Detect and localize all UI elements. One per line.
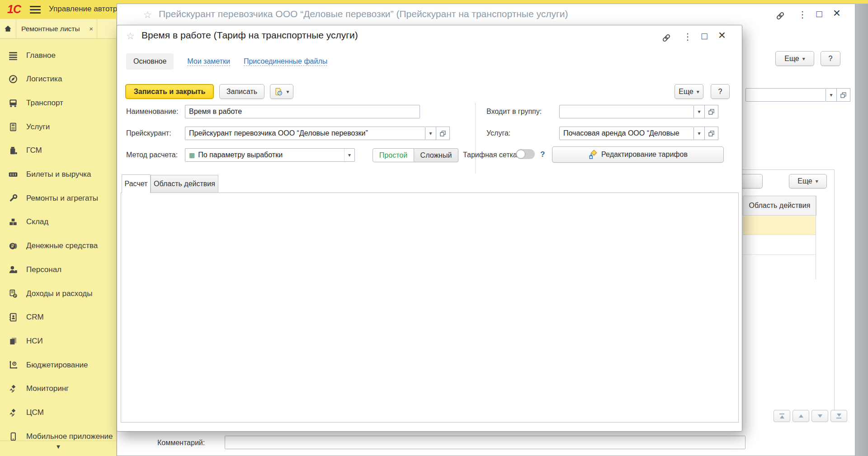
sidebar-item-label: ГСМ: [26, 146, 42, 155]
sidebar-item-byudzhet[interactable]: Бюджетирование: [0, 353, 117, 377]
maximize-icon[interactable]: □: [698, 30, 710, 42]
table-column-header[interactable]: Область действия: [743, 196, 816, 216]
calculator-icon: [8, 122, 18, 132]
sidebar-item-denezhnye[interactable]: Денежные средства: [0, 234, 117, 258]
tab-scope[interactable]: Область действия: [151, 175, 218, 193]
background-combo-field[interactable]: [745, 88, 826, 102]
arrow-up-icon: [799, 414, 803, 418]
window-more-button[interactable]: Еще▾: [775, 51, 814, 66]
window-help-button[interactable]: ?: [821, 51, 840, 66]
sidebar-item-label: Главное: [26, 51, 56, 60]
favorite-star-icon[interactable]: ☆: [126, 31, 135, 42]
fuel-icon: [8, 146, 18, 155]
sidebar-item-nsi[interactable]: НСИ: [0, 329, 117, 353]
mode-simple-button[interactable]: Простой: [373, 148, 414, 162]
chevron-down-icon[interactable]: ▾: [425, 127, 436, 140]
sidebar-item-personal[interactable]: Персонал: [0, 258, 117, 282]
sidebar-item-label: Доходы и расходы: [26, 289, 92, 298]
sidebar-item-label: CRM: [26, 313, 44, 322]
move-to-bottom-button[interactable]: [830, 410, 847, 422]
tab-scope-label: Область действия: [154, 180, 215, 188]
nav-main[interactable]: Основное: [126, 53, 174, 70]
more-menu-icon[interactable]: ⋮: [798, 9, 807, 20]
arrow-down-icon: [837, 414, 841, 417]
phone-icon: [8, 432, 18, 441]
sidebar-item-crm[interactable]: CRM: [0, 306, 117, 329]
get-link-icon[interactable]: [774, 10, 787, 21]
chevron-down-icon[interactable]: ▾: [694, 127, 705, 140]
chevron-down-icon[interactable]: ▾: [344, 149, 354, 161]
sidebar-item-monitoring[interactable]: Мониторинг: [0, 377, 117, 401]
menu-icon: [8, 51, 18, 61]
pricelist-value: Прейскурант перевозчика ООО “Деловые пер…: [189, 129, 368, 137]
more-label: Еще: [797, 177, 812, 185]
dialog-help-button[interactable]: ?: [711, 84, 730, 99]
method-combo[interactable]: ▦ По параметру выработки ▾: [185, 148, 355, 162]
open-icon[interactable]: [436, 127, 450, 140]
dialog-more-button[interactable]: Еще▾: [675, 84, 703, 99]
caret: ▾: [698, 131, 700, 136]
sidebar-item-transport[interactable]: Транспорт: [0, 91, 117, 115]
sidebar-item-uslugi[interactable]: Услуги: [0, 115, 117, 139]
method-value: По параметру выработки: [198, 151, 344, 159]
caret: ▾: [830, 92, 832, 98]
tab-calculation[interactable]: Расчет: [122, 174, 151, 193]
service-input[interactable]: Почасовая аренда ООО “Деловые: [559, 127, 694, 140]
save-button[interactable]: Записать: [219, 84, 264, 99]
calculation-panel: [121, 193, 739, 423]
open-icon[interactable]: [705, 105, 718, 118]
tariff-grid-toggle[interactable]: [516, 149, 535, 159]
close-icon[interactable]: ×: [716, 28, 728, 42]
sidebar-item-dokhody[interactable]: Доходы и расходы: [0, 282, 117, 306]
dialog-title: Время в работе (Тариф на транспортные ус…: [142, 30, 358, 41]
open-icon[interactable]: [837, 88, 850, 102]
pages-icon: [8, 336, 18, 346]
sidebar-item-bilety[interactable]: Билеты и выручка: [0, 163, 117, 187]
move-up-button[interactable]: [793, 410, 809, 422]
get-link-icon[interactable]: [660, 33, 673, 43]
sidebar-item-remonty[interactable]: Ремонты и агрегаты: [0, 186, 117, 210]
move-down-button[interactable]: [811, 410, 828, 422]
home-button[interactable]: [0, 19, 16, 38]
chevron-down-icon: ▾: [816, 179, 818, 184]
tab-remontnye-listy[interactable]: Ремонтные листы ×: [17, 19, 97, 38]
table-more-button[interactable]: Еще▾: [789, 174, 827, 188]
tab-close-icon[interactable]: ×: [89, 25, 93, 33]
close-icon[interactable]: ×: [830, 6, 843, 20]
sidebar-item-label: НСИ: [26, 337, 43, 346]
pricelist-input[interactable]: Прейскурант перевозчика ООО “Деловые пер…: [185, 127, 425, 140]
sidebar-item-logistika[interactable]: Логистика: [0, 67, 117, 91]
create-based-on-button[interactable]: ▾: [270, 84, 293, 99]
sidebar-item-glavnoe[interactable]: Главное: [0, 43, 117, 67]
tariff-grid-help[interactable]: ?: [540, 150, 545, 159]
address-book-icon: [8, 312, 18, 322]
home-icon: [4, 24, 12, 33]
sidebar-scroll-down-icon[interactable]: ▼: [0, 443, 117, 450]
name-input[interactable]: Время в работе: [185, 105, 420, 118]
edit-tariffs-button[interactable]: Редактирование тарифов: [552, 146, 724, 163]
chevron-down-icon[interactable]: ▾: [826, 88, 837, 102]
maximize-icon[interactable]: □: [813, 8, 825, 20]
comment-input[interactable]: [225, 436, 745, 449]
mode-complex-button[interactable]: Сложный: [414, 148, 458, 162]
sidebar-item-gsm[interactable]: ГСМ: [0, 139, 117, 163]
edit-tariffs-icon: [588, 150, 598, 160]
table-row-selected[interactable]: [743, 216, 816, 235]
sidebar-item-sklad[interactable]: Склад: [0, 210, 117, 234]
move-to-top-button[interactable]: [774, 410, 790, 422]
nav-my-notes[interactable]: Мои заметки: [187, 57, 230, 66]
nav-attached-files[interactable]: Присоединенные файлы: [244, 57, 327, 66]
document-clock-icon: [274, 87, 283, 96]
save-and-close-button[interactable]: Записать и закрыть: [125, 84, 214, 99]
group-input[interactable]: [559, 105, 694, 118]
open-icon[interactable]: [705, 127, 718, 140]
sidebar-item-tssm[interactable]: ЦСМ: [0, 401, 117, 425]
more-menu-icon[interactable]: ⋮: [683, 31, 692, 42]
table-column-divider: [816, 196, 816, 279]
main-menu-icon[interactable]: [30, 6, 41, 14]
sidebar-item-label: Транспорт: [26, 99, 63, 108]
chevron-down-icon[interactable]: ▾: [694, 105, 705, 118]
favorite-star-icon[interactable]: ☆: [143, 9, 152, 20]
group-label: Входит в группу:: [486, 108, 542, 116]
sidebar-item-mobile[interactable]: Мобильное приложение: [0, 424, 117, 441]
